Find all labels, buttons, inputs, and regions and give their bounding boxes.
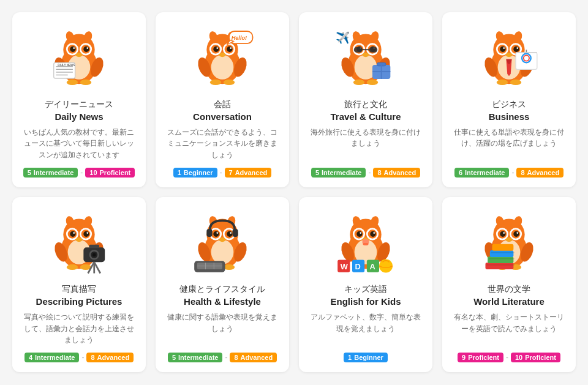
svg-text:D: D <box>355 262 361 271</box>
svg-point-37 <box>219 53 226 57</box>
svg-text:✈️: ✈️ <box>336 31 350 45</box>
svg-point-187 <box>506 237 513 242</box>
svg-point-173 <box>379 260 393 273</box>
badge-number: 9 <box>462 354 466 361</box>
svg-rect-64 <box>369 47 378 53</box>
card-badges: 5 Intermediate-8 Advanced <box>168 353 277 362</box>
card-title-jp: 健康とライフスタイル <box>179 284 265 295</box>
badge-label: Advanced <box>527 169 560 176</box>
svg-rect-118 <box>89 245 100 249</box>
card-world-literature[interactable]: 世界の文学World Literature有名な本、劇、ショートストーリーを英語… <box>442 197 576 372</box>
card-description: スムーズに会話ができるよう、コミュニケーションスキルを磨きましょう <box>165 127 279 160</box>
svg-point-109 <box>76 237 83 242</box>
badge-intermediate: 6 Intermediate <box>454 168 510 178</box>
card-english-for-kids[interactable]: W D A キッズ英語English for Kidsアルファベット、数字、簡単… <box>299 197 432 372</box>
badge-proficient: 10 Proficient <box>85 168 135 178</box>
svg-point-62 <box>367 80 378 85</box>
svg-rect-198 <box>491 252 515 253</box>
svg-point-158 <box>360 232 361 234</box>
card-badges: 9 Proficient-10 Proficient <box>458 353 560 362</box>
badge-number: 1 <box>178 169 181 176</box>
card-badges: 4 Intermediate-8 Advanced <box>24 353 134 362</box>
badge-label: Advanced <box>235 169 268 176</box>
card-conversation[interactable]: Hello! 会話Conversationスムーズに会話ができるよう、コミュニケ… <box>156 12 289 187</box>
badge-label: Proficient <box>525 354 556 361</box>
card-description: 健康に関する語彙や表現を覚えましょう <box>165 312 279 345</box>
card-describing-pictures[interactable]: 写真描写Describing Pictures写真や絵について説明する練習をして… <box>12 197 146 372</box>
badge-advanced: 7 Advanced <box>225 168 272 178</box>
card-description: アルファベット、数字、簡単な表現を覚えましょう <box>309 312 423 345</box>
illustration-travel-culture: ✈️ <box>332 24 399 92</box>
illustration-english-for-kids: W D A <box>332 209 399 277</box>
badge-label: Beginner <box>354 354 383 361</box>
card-badges: 1 Beginner-7 Advanced <box>173 168 272 178</box>
svg-text:W: W <box>341 262 349 271</box>
badge-intermediate: 5 Intermediate <box>168 353 223 362</box>
badge-number: 1 <box>348 354 352 361</box>
svg-rect-63 <box>354 47 363 53</box>
card-badges: 5 Intermediate-8 Advanced <box>311 168 420 178</box>
badge-label: Proficient <box>468 354 499 361</box>
badge-number: 5 <box>315 169 319 176</box>
card-description: 仕事に使える単語や表現を身に付け、活躍の場を広げましょう <box>452 127 566 160</box>
svg-point-156 <box>356 231 362 237</box>
svg-point-131 <box>213 231 219 237</box>
badge-intermediate: 5 Intermediate <box>23 168 78 178</box>
card-title-en: World Literature <box>473 296 545 307</box>
svg-point-82 <box>503 47 505 49</box>
card-travel-culture[interactable]: ✈️ 旅行と文化Travel & Culture海外旅行に使える表現を身に付けま… <box>299 12 432 187</box>
badge-advanced: 8 Advanced <box>373 168 420 178</box>
card-badges: 1 Beginner <box>344 353 388 362</box>
card-title-en: Business <box>489 111 530 122</box>
badge-label: Intermediate <box>465 169 505 176</box>
badge-number: 5 <box>172 354 176 361</box>
card-description: 有名な本、劇、ショートストーリーを英語で読んでみましょう <box>452 312 566 345</box>
card-title-en: Travel & Culture <box>330 111 401 122</box>
svg-point-186 <box>516 232 518 234</box>
svg-rect-196 <box>486 264 514 266</box>
card-business[interactable]: ビジネスBusiness仕事に使える単語や表現を身に付け、活躍の場を広げましょう… <box>442 12 576 187</box>
illustration-business <box>475 24 543 92</box>
badge-separator: - <box>511 168 514 177</box>
svg-point-184 <box>513 231 519 237</box>
badge-advanced: 8 Advanced <box>86 353 134 362</box>
svg-point-87 <box>497 80 508 85</box>
svg-point-159 <box>373 232 375 234</box>
card-title-jp: 旅行と文化 <box>344 99 387 110</box>
badge-number: 4 <box>29 354 32 361</box>
badge-separator: - <box>368 168 371 177</box>
svg-rect-193 <box>488 256 513 263</box>
svg-point-58 <box>363 53 369 57</box>
card-title-en: Describing Pictures <box>36 296 123 307</box>
svg-point-34 <box>227 47 232 52</box>
svg-point-133 <box>216 232 218 234</box>
badge-number: 10 <box>89 169 97 176</box>
svg-point-40 <box>210 80 221 85</box>
card-badges: 5 Intermediate-10 Proficient <box>23 168 135 178</box>
badge-separator: - <box>220 168 222 177</box>
svg-point-17 <box>80 80 91 85</box>
badge-label: Proficient <box>100 169 131 176</box>
svg-point-83 <box>516 47 518 49</box>
illustration-daily-news: DAILY NEWS <box>45 24 113 92</box>
badge-separator: - <box>506 353 508 362</box>
illustration-health-lifestyle <box>189 209 256 277</box>
card-description: いちばん人気の教材です。最新ニュースに基づいて毎日新しいレッスンが追加されていま… <box>22 127 136 160</box>
badge-label: Advanced <box>241 354 273 361</box>
svg-text:Hello!: Hello! <box>232 35 247 41</box>
badge-number: 8 <box>521 169 524 176</box>
svg-point-12 <box>86 47 88 49</box>
svg-point-81 <box>513 47 519 52</box>
card-description: 写真や絵について説明する練習をして、語彙力と会話力を上達させましょう <box>22 312 136 345</box>
badge-label: Intermediate <box>34 169 74 176</box>
card-daily-news[interactable]: DAILY NEWS デイリーニュースDaily Newsいちばん人気の教材です… <box>12 12 146 187</box>
svg-rect-192 <box>486 263 514 269</box>
badge-advanced: 8 Advanced <box>230 353 277 362</box>
card-health-lifestyle[interactable]: 健康とライフスタイルHealth & Lifestyle健康に関する語彙や表現を… <box>156 197 289 372</box>
card-title-jp: 写真描写 <box>62 284 96 295</box>
svg-point-106 <box>83 231 89 237</box>
svg-point-80 <box>500 47 505 52</box>
card-title-en: Health & Lifestyle <box>184 296 261 307</box>
svg-point-16 <box>67 80 78 85</box>
svg-point-185 <box>503 232 505 234</box>
